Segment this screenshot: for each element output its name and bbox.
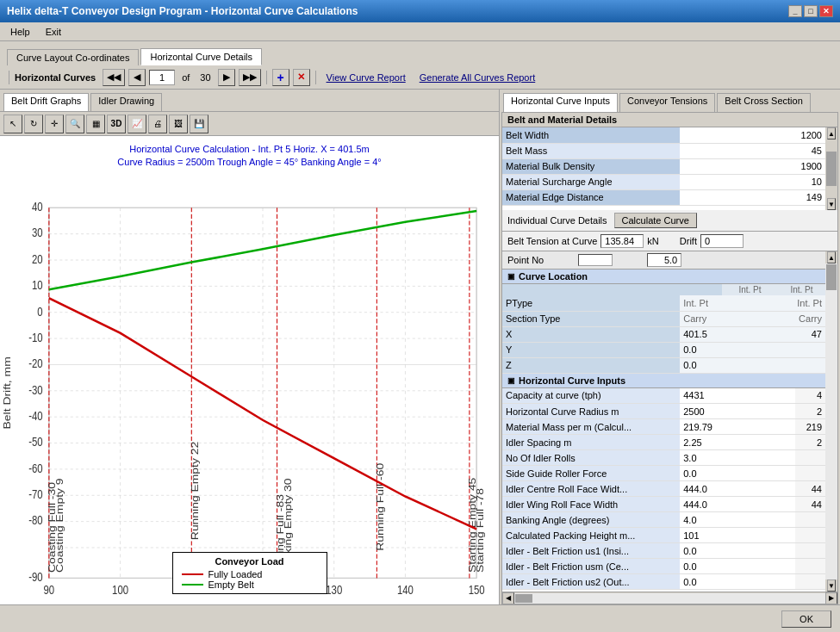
minimize-button[interactable]: _ xyxy=(788,5,802,17)
3d-tool[interactable]: 3D xyxy=(107,115,126,133)
row-wing-roll: Idler Wing Roll Face Width 444.0 44 xyxy=(502,497,825,512)
add-button[interactable]: + xyxy=(272,69,289,86)
data-content: Point No 5.0 ▣ Curve Location Int. Pt In… xyxy=(502,251,825,592)
data-scroll-down[interactable]: ▼ xyxy=(827,579,836,592)
row-banking-angle: Banking Angle (degrees) 4.0 xyxy=(502,512,825,528)
zoom-in-tool[interactable]: 🔍 xyxy=(65,115,84,133)
crosshair-tool[interactable]: ✛ xyxy=(45,115,64,133)
banking-angle-label: Banking Angle (degrees) xyxy=(502,512,680,528)
drift-value: 0 xyxy=(700,234,744,248)
belt-fields-scrollbar[interactable]: ▲ ▼ xyxy=(825,127,837,210)
generate-report-link[interactable]: Generate All Curves Report xyxy=(420,72,536,83)
legend-empty-line xyxy=(182,584,203,586)
centre-roll-label: Idler Centre Roll Face Widt... xyxy=(502,481,680,497)
banking-angle-v1: 4.0 xyxy=(680,512,795,528)
tab-curve-layout[interactable]: Curve Layout Co-ordinates xyxy=(7,49,139,65)
main-content: Belt Drift Graphs Idler Drawing ↖ ↻ ✛ 🔍 … xyxy=(0,90,840,604)
chart-svg: 40 30 20 10 0 -10 -20 -30 -40 -50 -60 -7… xyxy=(0,170,499,604)
nav-next-button[interactable]: ▶ xyxy=(218,69,235,86)
svg-text:10: 10 xyxy=(32,279,43,292)
surcharge-angle-value: 10 xyxy=(680,174,825,189)
scroll-down-arrow[interactable]: ▼ xyxy=(827,198,836,210)
row-edge-distance: Material Edge Distance 149 xyxy=(502,189,825,205)
point-no-input[interactable] xyxy=(578,254,613,266)
chart-type-tool[interactable]: 📈 xyxy=(128,115,146,133)
row-belt-width: Belt Width 1200 xyxy=(502,127,825,143)
data-scroll-thumb[interactable] xyxy=(826,264,837,290)
data-scroll-area[interactable]: Point No 5.0 ▣ Curve Location Int. Pt In… xyxy=(502,251,837,592)
ok-button[interactable]: OK xyxy=(781,610,831,628)
wing-roll-label: Idler Wing Roll Face Width xyxy=(502,497,680,512)
svg-text:20: 20 xyxy=(32,253,43,266)
belt-width-label: Belt Width xyxy=(502,127,680,143)
row-material-mass: Material Mass per m (Calcul... 219.79 21… xyxy=(502,419,825,435)
guide-roller-label: Side Guide Roller Force xyxy=(502,466,680,481)
data-scroll-up[interactable]: ▲ xyxy=(827,251,836,263)
data-scrollbar[interactable]: ▲ ▼ xyxy=(825,251,837,592)
chart-legend: Conveyor Load Fully Loaded Empty Belt xyxy=(172,552,327,594)
total-pages: 30 xyxy=(200,72,210,83)
toolbar-label: Horizontal Curves xyxy=(15,72,96,83)
svg-text:-80: -80 xyxy=(28,514,42,527)
tab-horiz-curve-inputs[interactable]: Horizontal Curve Inputs xyxy=(503,93,618,112)
rotate-tool[interactable]: ↻ xyxy=(24,115,43,133)
friction-usm-label: Idler - Belt Friction usm (Ce... xyxy=(502,559,680,574)
chart-title-line1: Horizontal Curve Calculation - Int. Pt 5… xyxy=(0,143,499,156)
window-controls[interactable]: _ □ ✕ xyxy=(788,5,833,17)
svg-text:-20: -20 xyxy=(28,357,42,370)
close-button[interactable]: ✕ xyxy=(819,5,833,17)
main-tabbar: Curve Layout Co-ordinates Horizontal Cur… xyxy=(0,41,840,65)
point-no-value2: 5.0 xyxy=(647,253,681,267)
svg-text:Belt Drift, mm: Belt Drift, mm xyxy=(3,356,14,429)
svg-text:130: 130 xyxy=(326,584,342,597)
row-surcharge-angle: Material Surcharge Angle 10 xyxy=(502,174,825,189)
calculate-curve-button[interactable]: Calculate Curve xyxy=(614,213,697,228)
page-number-input[interactable] xyxy=(149,70,175,85)
layout-tool[interactable]: ▦ xyxy=(86,115,105,133)
friction-us2-label: Idler - Belt Friction us2 (Out... xyxy=(502,574,680,590)
friction-us2-v1: 0.0 xyxy=(680,574,795,590)
right-tabbar: Horizontal Curve Inputs Conveyor Tension… xyxy=(500,90,840,112)
friction-usm-v1: 0.0 xyxy=(680,559,795,574)
radius-label: Horizontal Curve Radius m xyxy=(502,404,680,419)
nav-first-button[interactable]: ◀◀ xyxy=(103,69,125,86)
view-report-link[interactable]: View Curve Report xyxy=(327,72,406,83)
menu-exit[interactable]: Exit xyxy=(42,25,65,39)
menu-help[interactable]: Help xyxy=(7,25,34,39)
curve-location-col-headers: Int. Pt Int. Pt xyxy=(502,284,825,295)
idler-spacing-label: Idler Spacing m xyxy=(502,435,680,450)
horiz-scroll-thumb[interactable] xyxy=(515,594,532,603)
tab-horizontal-curve[interactable]: Horizontal Curve Details xyxy=(140,48,262,65)
scroll-up-arrow[interactable]: ▲ xyxy=(827,127,836,139)
tab-idler-drawing[interactable]: Idler Drawing xyxy=(90,93,162,111)
curve-location-header[interactable]: ▣ Curve Location xyxy=(502,270,825,284)
tab-conveyor-tensions[interactable]: Conveyor Tensions xyxy=(619,93,715,112)
tab-belt-cross-section[interactable]: Belt Cross Section xyxy=(717,93,810,112)
horiz-scroll-right[interactable]: ▶ xyxy=(825,592,837,604)
image-tool[interactable]: 🖼 xyxy=(169,115,188,133)
collapse-icon2[interactable]: ▣ xyxy=(507,376,515,385)
individual-curve-label: Individual Curve Details xyxy=(507,215,607,226)
save-tool[interactable]: 💾 xyxy=(190,115,208,133)
edge-distance-value: 149 xyxy=(680,189,825,205)
sep1 xyxy=(9,71,9,84)
nav-last-button[interactable]: ▶▶ xyxy=(239,69,261,86)
horiz-curve-inputs-header[interactable]: ▣ Horizontal Curve Inputs xyxy=(502,374,825,388)
tab-belt-drift[interactable]: Belt Drift Graphs xyxy=(3,93,89,111)
print-tool[interactable]: 🖨 xyxy=(148,115,167,133)
surcharge-angle-label: Material Surcharge Angle xyxy=(502,174,680,189)
row-x: X 401.5 47 xyxy=(502,326,825,342)
arrow-tool[interactable]: ↖ xyxy=(3,115,22,133)
svg-text:-30: -30 xyxy=(28,383,42,396)
titlebar: Helix delta-T Conveyor Design Program - … xyxy=(0,0,840,22)
row-section-type: Section Type Carry Carry xyxy=(502,311,825,326)
delete-button[interactable]: ✕ xyxy=(293,69,310,86)
window-title: Helix delta-T Conveyor Design Program - … xyxy=(7,5,358,17)
nav-prev-button[interactable]: ◀ xyxy=(128,69,146,86)
inner-tabbar: Belt Drift Graphs Idler Drawing xyxy=(0,90,499,112)
scrollbar-thumb[interactable] xyxy=(826,152,837,186)
maximize-button[interactable]: □ xyxy=(804,5,818,17)
horiz-scroll-left[interactable]: ◀ xyxy=(502,592,514,604)
legend-loaded: Fully Loaded xyxy=(182,569,318,579)
collapse-icon[interactable]: ▣ xyxy=(507,272,515,281)
